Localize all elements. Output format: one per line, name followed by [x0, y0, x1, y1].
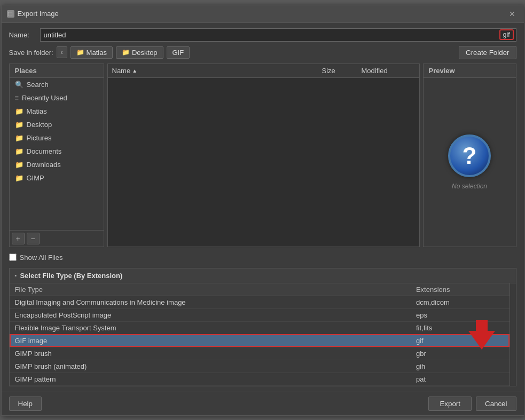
title-bar: ⬚ Export Image ✕ [2, 5, 524, 23]
breadcrumb-desktop[interactable]: 📁 Desktop [116, 46, 163, 59]
dialog-title: Export Image [18, 10, 59, 18]
file-type-row-gif[interactable]: GIF image gif [10, 334, 510, 347]
folder-icon-2: 📁 [122, 49, 130, 56]
file-type-row-eps[interactable]: Encapsulated PostScript image eps [10, 308, 510, 321]
nav-back-button[interactable]: ‹ [57, 46, 67, 58]
sidebar-item-search-label: Search [27, 81, 49, 89]
recently-used-icon: ≡ [15, 94, 19, 102]
file-type-row-pat[interactable]: GIMP pattern pat [10, 373, 510, 385]
preview-header: Preview [424, 64, 516, 78]
close-button[interactable]: ✕ [506, 9, 519, 19]
file-type-row-gbr[interactable]: GIMP brush gbr [10, 347, 510, 360]
dialog-body: Name: gif Save in folder: ‹ 📁 Matias 📁 D… [2, 23, 524, 392]
file-type-row-fits[interactable]: Flexible Image Transport System fit,fits [10, 321, 510, 334]
col-extensions: Extensions [411, 283, 510, 296]
file-type-header[interactable]: ▪ Select File Type (By Extension) [10, 268, 516, 283]
file-type-row-dicom[interactable]: Digital Imaging and Communications in Me… [10, 296, 510, 308]
breadcrumb-gif-label: GIF [173, 49, 184, 57]
col-modified-header[interactable]: Modified [362, 67, 415, 75]
places-list: 🔍 Search ≡ Recently Used 📁 Matias 📁 Desk… [10, 78, 104, 230]
folder-icon-desktop: 📁 [15, 121, 23, 129]
sidebar-item-desktop[interactable]: 📁 Desktop [10, 118, 104, 131]
collapse-icon: ▪ [15, 272, 17, 279]
gif-badge: gif [499, 29, 514, 40]
folder-row: Save in folder: ‹ 📁 Matias 📁 Desktop GIF… [9, 46, 516, 59]
create-folder-button[interactable]: Create Folder [459, 46, 516, 59]
scrollbar[interactable] [510, 283, 516, 386]
sidebar-item-recently-used-label: Recently Used [22, 94, 67, 102]
file-type-gih-label: GIMP brush (animated) [10, 360, 411, 373]
help-button[interactable]: Help [9, 397, 42, 411]
places-footer: + − [10, 230, 104, 247]
search-icon: 🔍 [15, 81, 23, 89]
sidebar-item-matias-label: Matias [27, 107, 47, 115]
breadcrumb-matias[interactable]: 📁 Matias [70, 46, 113, 59]
file-type-section-wrapper: ▪ Select File Type (By Extension) File T… [9, 268, 516, 386]
main-area: Places 🔍 Search ≡ Recently Used 📁 Matias [9, 64, 516, 247]
places-header: Places [10, 64, 104, 78]
file-type-pat-label: GIMP pattern [10, 373, 411, 385]
file-type-gbr-ext: gbr [411, 347, 510, 360]
action-buttons: Export Cancel [428, 397, 516, 411]
file-type-table-body: Digital Imaging and Communications in Me… [10, 296, 510, 385]
col-size-header[interactable]: Size [322, 67, 359, 75]
file-list-content [108, 78, 419, 247]
file-type-fits-label: Flexible Image Transport System [10, 321, 411, 334]
folder-icon: 📁 [76, 49, 84, 56]
sidebar-item-pictures-label: Pictures [27, 134, 52, 142]
show-all-checkbox[interactable] [9, 253, 17, 261]
sidebar-item-search[interactable]: 🔍 Search [10, 78, 104, 91]
file-header: Name ▲ Size Modified [108, 64, 419, 78]
breadcrumb-gif[interactable]: GIF [167, 46, 190, 59]
breadcrumb-desktop-label: Desktop [132, 49, 158, 57]
bottom-bar: Help Export Cancel [2, 392, 524, 415]
cancel-button[interactable]: Cancel [476, 397, 516, 411]
sidebar-item-gimp[interactable]: 📁 GIMP [10, 171, 104, 185]
folder-icon-gimp: 📁 [15, 174, 23, 182]
sidebar-item-pictures[interactable]: 📁 Pictures [10, 131, 104, 145]
folder-icon-documents: 📁 [15, 147, 23, 155]
file-type-dicom-ext: dcm,dicom [411, 296, 510, 308]
export-button[interactable]: Export [428, 397, 472, 411]
name-input-wrapper: gif [40, 28, 516, 42]
file-type-table: File Type Extensions Digital Imaging and… [10, 283, 510, 386]
file-type-fits-ext: fit,fits [411, 321, 510, 334]
preview-content: ? No selection [424, 78, 516, 247]
show-all-row: Show All Files [9, 251, 516, 264]
remove-place-button[interactable]: − [27, 233, 40, 244]
sidebar-item-matias[interactable]: 📁 Matias [10, 105, 104, 118]
file-type-eps-ext: eps [411, 308, 510, 321]
file-type-table-wrapper: File Type Extensions Digital Imaging and… [10, 283, 516, 386]
sidebar-item-documents[interactable]: 📁 Documents [10, 145, 104, 158]
sidebar-item-downloads[interactable]: 📁 Downloads [10, 158, 104, 171]
file-type-pat-ext: pat [411, 373, 510, 385]
name-row: Name: gif [9, 28, 516, 42]
sidebar-item-desktop-label: Desktop [27, 121, 52, 129]
folder-icon-pictures: 📁 [15, 134, 23, 142]
name-label: Name: [9, 31, 36, 39]
add-place-button[interactable]: + [12, 233, 25, 244]
show-all-label[interactable]: Show All Files [20, 253, 63, 261]
file-type-dicom-label: Digital Imaging and Communications in Me… [10, 296, 411, 308]
file-type-row-gih[interactable]: GIMP brush (animated) gih [10, 360, 510, 373]
places-panel: Places 🔍 Search ≡ Recently Used 📁 Matias [9, 64, 104, 247]
folder-icon-downloads: 📁 [15, 161, 23, 169]
sidebar-item-documents-label: Documents [27, 147, 62, 155]
file-type-title: Select File Type (By Extension) [20, 272, 122, 280]
folder-label: Save in folder: [9, 49, 53, 57]
title-bar-left: ⬚ Export Image [7, 10, 59, 18]
col-file-type: File Type [10, 283, 411, 296]
sidebar-item-downloads-label: Downloads [27, 161, 61, 169]
filename-input[interactable] [41, 29, 499, 41]
file-panel: Name ▲ Size Modified [107, 64, 420, 247]
file-type-table-header-row: File Type Extensions [10, 283, 510, 296]
file-type-section: ▪ Select File Type (By Extension) File T… [9, 268, 516, 386]
sidebar-item-recently-used[interactable]: ≡ Recently Used [10, 91, 104, 105]
file-type-eps-label: Encapsulated PostScript image [10, 308, 411, 321]
preview-panel: Preview ? No selection [423, 64, 516, 247]
sort-arrow-icon: ▲ [132, 68, 137, 74]
export-image-dialog: ⬚ Export Image ✕ Name: gif Save in folde… [1, 5, 524, 416]
file-type-gbr-label: GIMP brush [10, 347, 411, 360]
col-name-header[interactable]: Name ▲ [112, 67, 320, 75]
file-type-gih-ext: gih [411, 360, 510, 373]
